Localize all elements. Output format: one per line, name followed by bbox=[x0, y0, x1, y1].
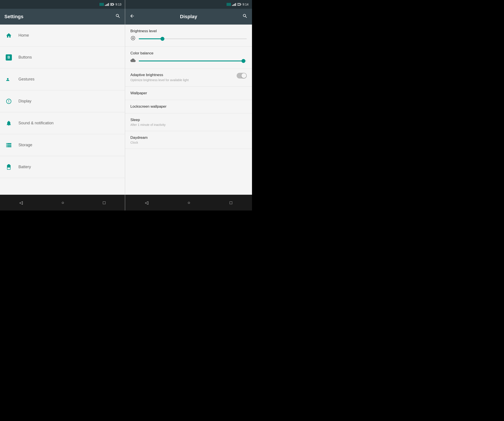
svg-rect-1 bbox=[114, 4, 114, 5]
color-balance-slider-row bbox=[130, 58, 247, 64]
lockscreen-wallpaper-title: Lockscreen wallpaper bbox=[130, 104, 247, 109]
buttons-icon: B bbox=[4, 54, 13, 60]
sidebar-item-buttons[interactable]: B Buttons bbox=[0, 47, 125, 68]
adaptive-brightness-title: Adaptive brightness bbox=[130, 73, 233, 77]
brightness-slider-row bbox=[130, 35, 247, 42]
daydream-item[interactable]: Daydream Clock bbox=[125, 131, 252, 149]
left-home-button[interactable]: ○ bbox=[55, 198, 71, 208]
brightness-sun-icon bbox=[130, 35, 136, 42]
sidebar-item-gestures-label: Gestures bbox=[18, 77, 35, 82]
adaptive-brightness-text: Adaptive brightness Optimize brightness … bbox=[130, 73, 233, 82]
lockscreen-wallpaper-item[interactable]: Lockscreen wallpaper bbox=[125, 100, 252, 113]
toggle-thumb bbox=[241, 73, 246, 78]
left-header-title: Settings bbox=[4, 14, 24, 19]
left-recents-button[interactable]: □ bbox=[96, 198, 112, 208]
brightness-item: Brightness level bbox=[125, 24, 252, 47]
brightness-title: Brightness level bbox=[130, 29, 247, 33]
sidebar-item-battery-label: Battery bbox=[18, 165, 31, 169]
left-time: 9:13 bbox=[115, 3, 121, 6]
adaptive-brightness-toggle[interactable] bbox=[237, 73, 247, 78]
svg-point-10 bbox=[238, 4, 240, 5]
right-time: 9:14 bbox=[243, 3, 248, 6]
sidebar-item-buttons-label: Buttons bbox=[18, 55, 32, 60]
vibrate-icon bbox=[100, 3, 104, 6]
sidebar-item-storage[interactable]: Storage bbox=[0, 134, 125, 156]
color-balance-title: Color balance bbox=[130, 51, 247, 55]
right-back-button[interactable]: ◁ bbox=[138, 197, 155, 208]
color-balance-slider[interactable] bbox=[139, 60, 247, 61]
right-header-title: Display bbox=[139, 14, 238, 19]
storage-icon bbox=[4, 142, 13, 148]
color-balance-item: Color balance bbox=[125, 47, 252, 69]
svg-rect-9 bbox=[240, 4, 241, 5]
right-status-bar: 9:14 bbox=[125, 0, 252, 9]
sidebar-item-home-label: Home bbox=[18, 33, 29, 38]
sidebar-item-sound[interactable]: Sound & notification bbox=[0, 112, 125, 134]
right-search-button[interactable] bbox=[242, 13, 248, 20]
left-status-bar: 9:13 bbox=[0, 0, 125, 9]
sidebar-item-gestures[interactable]: Gestures bbox=[0, 68, 125, 90]
home-icon bbox=[4, 32, 13, 39]
left-panel: 9:13 Settings Home B Buttons bbox=[0, 0, 125, 210]
sidebar-item-display-label: Display bbox=[18, 99, 31, 104]
brightness-slider[interactable] bbox=[139, 38, 247, 39]
sidebar-item-battery[interactable]: Battery bbox=[0, 156, 125, 178]
right-panel: 9:14 Display Brightness level bbox=[125, 0, 252, 210]
left-search-button[interactable] bbox=[115, 13, 120, 20]
left-back-button[interactable]: ◁ bbox=[13, 197, 29, 208]
gestures-icon bbox=[4, 76, 13, 82]
svg-point-4 bbox=[7, 78, 9, 80]
svg-rect-7 bbox=[7, 168, 10, 169]
wallpaper-item[interactable]: Wallpaper bbox=[125, 87, 252, 100]
left-header: Settings bbox=[0, 9, 125, 24]
svg-rect-6 bbox=[8, 164, 10, 165]
adaptive-brightness-subtitle: Optimize brightness level for available … bbox=[130, 78, 233, 82]
right-vibrate-icon bbox=[227, 3, 231, 6]
right-recents-button[interactable]: □ bbox=[223, 198, 239, 208]
sleep-subtitle: After 1 minute of inactivity bbox=[130, 123, 247, 127]
sidebar-item-home[interactable]: Home bbox=[0, 24, 125, 47]
sleep-item[interactable]: Sleep After 1 minute of inactivity bbox=[125, 113, 252, 131]
daydream-title: Daydream bbox=[130, 135, 247, 140]
sound-icon bbox=[4, 120, 13, 126]
left-nav-bar: ◁ ○ □ bbox=[0, 195, 125, 210]
right-status-icons: 9:14 bbox=[227, 3, 248, 6]
sidebar-item-sound-label: Sound & notification bbox=[18, 121, 54, 125]
right-signal-icon bbox=[232, 3, 236, 6]
sidebar-item-display[interactable]: Display bbox=[0, 90, 125, 112]
right-battery-icon bbox=[237, 3, 241, 6]
cloud-icon bbox=[130, 58, 136, 64]
svg-point-11 bbox=[132, 37, 134, 39]
right-nav-bar: ◁ ○ □ bbox=[125, 195, 252, 210]
settings-list: Home B Buttons Gestures bbox=[0, 24, 125, 195]
adaptive-brightness-item[interactable]: Adaptive brightness Optimize brightness … bbox=[125, 69, 252, 87]
back-button[interactable] bbox=[130, 13, 135, 20]
wallpaper-title: Wallpaper bbox=[130, 91, 247, 95]
left-status-icons: 9:13 bbox=[100, 3, 121, 6]
right-home-button[interactable]: ○ bbox=[181, 198, 197, 208]
daydream-subtitle: Clock bbox=[130, 141, 247, 144]
right-header: Display bbox=[125, 9, 252, 24]
display-settings-content: Brightness level Color balance bbox=[125, 24, 252, 195]
battery-status-icon bbox=[4, 164, 13, 170]
sidebar-item-storage-label: Storage bbox=[18, 143, 32, 147]
sleep-title: Sleep bbox=[130, 118, 247, 122]
signal-icon bbox=[105, 3, 109, 6]
battery-icon bbox=[110, 3, 114, 6]
display-icon bbox=[4, 98, 13, 104]
